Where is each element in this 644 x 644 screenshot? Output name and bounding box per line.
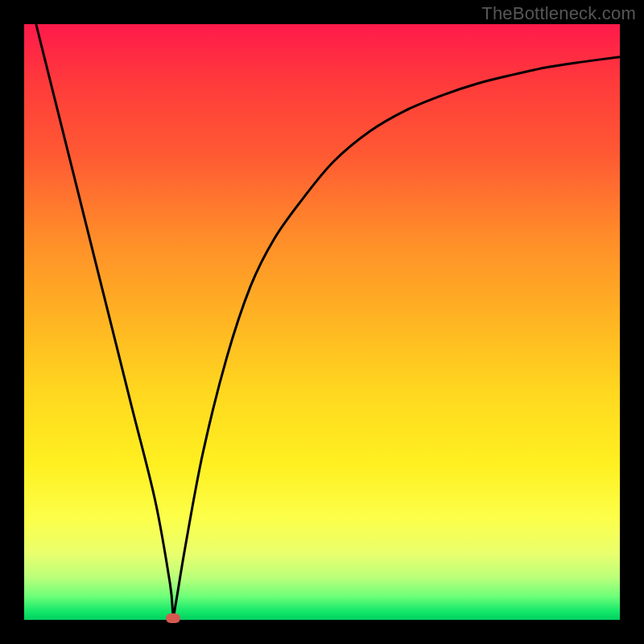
- chart-plot-area: [24, 24, 620, 620]
- bottleneck-marker: [166, 613, 180, 623]
- attribution-text: TheBottleneck.com: [481, 3, 636, 24]
- chart-curve: [24, 24, 620, 620]
- series-curve: [36, 24, 620, 615]
- chart-frame: TheBottleneck.com: [0, 0, 644, 644]
